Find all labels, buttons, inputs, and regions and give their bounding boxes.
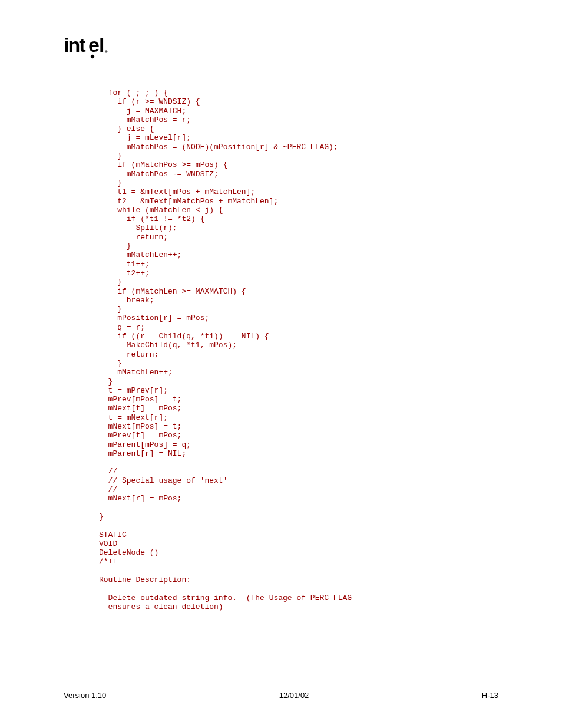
footer-date: 12/01/02 — [279, 691, 309, 700]
footer-version: Version 1.10 — [64, 691, 106, 700]
svg-point-3 — [91, 55, 94, 58]
svg-text:int: int — [64, 34, 85, 56]
svg-text:l: l — [99, 34, 104, 56]
footer-page: H-13 — [482, 691, 498, 700]
svg-text:e: e — [88, 34, 99, 56]
page-footer: Version 1.10 12/01/02 H-13 — [64, 691, 498, 700]
svg-text:®: ® — [105, 50, 108, 54]
source-code-block: for ( ; ; ) { if (r >= WNDSIZ) { j = MAX… — [99, 88, 352, 611]
intel-logo: int e l ® — [64, 34, 111, 65]
